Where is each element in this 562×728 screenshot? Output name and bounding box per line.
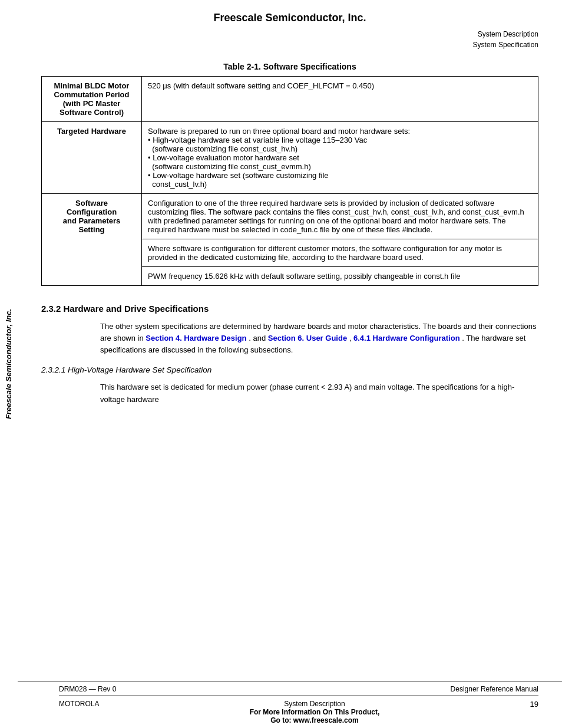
table-cell-value-3a: Configuration to one of the three requir… <box>142 194 538 239</box>
row2-header: Targeted Hardware <box>57 127 126 136</box>
footer-top-row: DRM028 — Rev 0 Designer Reference Manual <box>59 685 538 693</box>
table-cell-value-3b: Where software is configuration for diff… <box>142 239 538 267</box>
footer-center-line1: System Description <box>99 700 530 708</box>
footer-center: System Description For More Information … <box>99 700 530 724</box>
section-2321-heading: 2.3.2.1 High-Voltage Hardware Set Specif… <box>41 365 538 374</box>
spec-table: Minimal BLDC Motor Commutation Period (w… <box>41 76 538 286</box>
body-connector2: , <box>349 334 352 342</box>
footer-page-number: 19 <box>530 700 538 709</box>
section-232-heading: 2.3.2 Hardware and Drive Specifications <box>41 304 538 314</box>
footer-left: DRM028 — Rev 0 <box>59 685 116 693</box>
link-section6[interactable]: Section 6. User Guide <box>268 334 347 342</box>
row1-header: Minimal BLDC Motor Commutation Period (w… <box>54 81 130 117</box>
top-right-line1: System Description <box>41 29 538 39</box>
footer-center-line2: For More Information On This Product, <box>99 708 530 716</box>
table-cell-header-2: Targeted Hardware <box>42 122 142 194</box>
page-header: Freescale Semiconductor, Inc. <box>41 12 538 24</box>
row3-header: SoftwareConfigurationand ParametersSetti… <box>63 199 121 234</box>
section-232-body: The other system specifications are dete… <box>100 321 538 356</box>
footer-center-line3: Go to: www.freescale.com <box>99 716 530 724</box>
table-cell-value-2: Software is prepared to run on three opt… <box>142 122 538 194</box>
link-section4[interactable]: Section 4. Hardware Design <box>146 334 246 342</box>
table-cell-header-1: Minimal BLDC Motor Commutation Period (w… <box>42 77 142 122</box>
footer-bottom-row: MOTOROLA System Description For More Inf… <box>59 696 538 728</box>
footer-motorola: MOTOROLA <box>59 700 99 708</box>
section-2321-body: This hardware set is dedicated for mediu… <box>100 381 538 405</box>
table-title: Table 2-1. Software Specifications <box>41 62 538 71</box>
sidebar-label: Freescale Semiconductor, Inc. <box>5 309 14 419</box>
table-cell-value-3c: PWM frequency 15.626 kHz with default so… <box>142 267 538 286</box>
table-row: Minimal BLDC Motor Commutation Period (w… <box>42 77 538 122</box>
table-row: Targeted Hardware Software is prepared t… <box>42 122 538 194</box>
top-right-info: System Description System Specification <box>41 29 538 50</box>
page-title: Freescale Semiconductor, Inc. <box>41 12 538 24</box>
top-right-line2: System Specification <box>41 39 538 50</box>
footer-right: Designer Reference Manual <box>451 685 538 693</box>
table-cell-value-1: 520 μs (with default software setting an… <box>142 77 538 122</box>
link-section641[interactable]: 6.4.1 Hardware Configuration <box>353 334 460 342</box>
page-footer: DRM028 — Rev 0 Designer Reference Manual… <box>18 681 562 728</box>
table-cell-header-3: SoftwareConfigurationand ParametersSetti… <box>42 194 142 286</box>
sidebar: Freescale Semiconductor, Inc. <box>0 0 18 728</box>
table-row: SoftwareConfigurationand ParametersSetti… <box>42 194 538 239</box>
body-connector1: . and <box>249 334 266 342</box>
